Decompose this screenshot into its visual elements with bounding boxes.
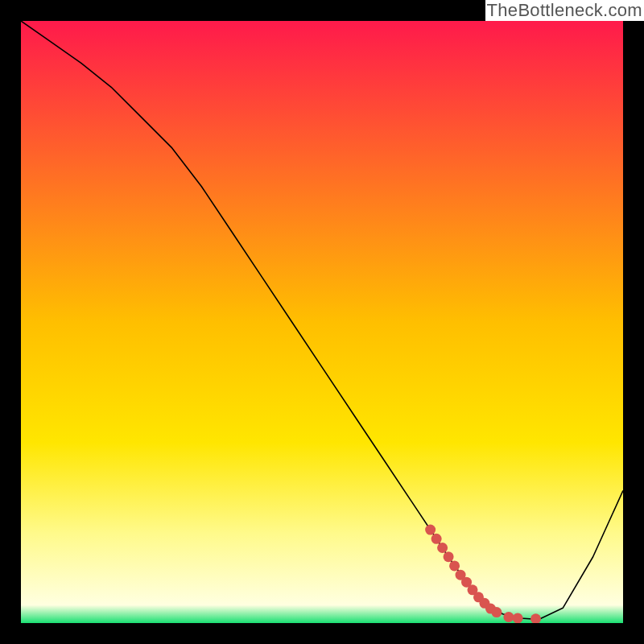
svg-point-2 <box>431 534 442 544</box>
chart-container: TheBottleneck.com <box>0 0 644 644</box>
svg-rect-0 <box>21 21 623 623</box>
svg-point-4 <box>444 551 454 562</box>
chart-plot-area <box>21 21 623 623</box>
svg-point-13 <box>503 612 514 622</box>
svg-point-12 <box>491 607 502 617</box>
chart-svg <box>21 21 623 623</box>
svg-point-1 <box>425 525 436 535</box>
svg-point-3 <box>437 543 448 553</box>
watermark-text: TheBottleneck.com <box>485 0 644 21</box>
svg-point-5 <box>449 560 460 571</box>
svg-point-14 <box>513 613 523 623</box>
